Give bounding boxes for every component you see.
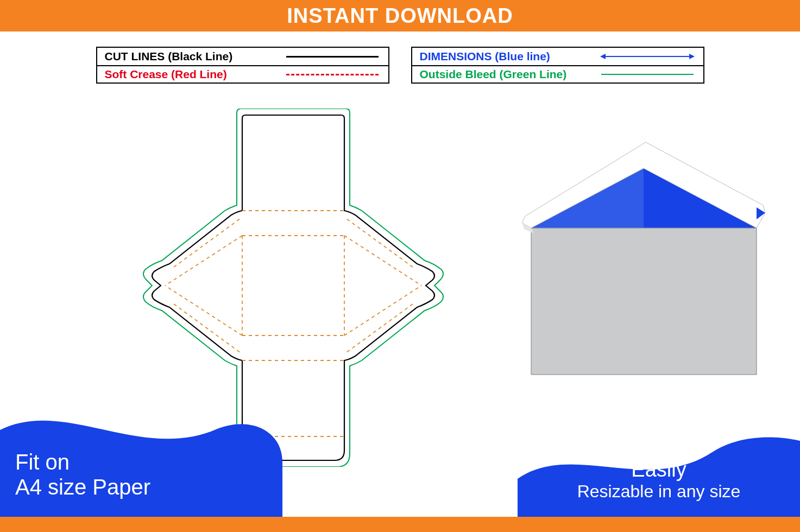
- svg-line-6: [165, 286, 242, 335]
- green-line-icon: [601, 70, 694, 79]
- svg-line-5: [165, 236, 242, 286]
- legend-soft-crease: Soft Crease (Red Line): [97, 65, 388, 83]
- fit-line1: Fit on: [15, 449, 150, 474]
- red-dashed-icon: [286, 70, 379, 79]
- legend-label: DIMENSIONS (Blue line): [420, 50, 550, 63]
- legend-dimensions: DIMENSIONS (Blue line): [412, 48, 703, 65]
- svg-line-7: [344, 236, 421, 286]
- resizable-text: Easily Resizable in any size: [518, 425, 800, 517]
- legend-cut-lines: CUT LINES (Black Line): [97, 48, 388, 65]
- resize-line1: Easily: [539, 458, 778, 482]
- legend-label: Soft Crease (Red Line): [105, 68, 227, 81]
- svg-line-8: [344, 286, 421, 335]
- blue-arrow-icon: [601, 52, 694, 61]
- legend-box-right: DIMENSIONS (Blue line) Outside Bleed (Gr…: [411, 47, 704, 84]
- header-bar: INSTANT DOWNLOAD: [0, 0, 800, 31]
- legend-outside-bleed: Outside Bleed (Green Line): [412, 65, 703, 83]
- black-line-icon: [286, 52, 379, 61]
- fit-a4-text: Fit on A4 size Paper: [0, 397, 282, 517]
- envelope-mockup: [518, 125, 767, 380]
- resize-line2: Resizable in any size: [539, 482, 778, 502]
- legend-label: CUT LINES (Black Line): [105, 50, 233, 63]
- header-title: INSTANT DOWNLOAD: [287, 4, 513, 28]
- legend-box-left: CUT LINES (Black Line) Soft Crease (Red …: [96, 47, 389, 84]
- footer-bar: [0, 517, 800, 532]
- svg-marker-15: [531, 228, 757, 375]
- legend-label: Outside Bleed (Green Line): [420, 68, 567, 81]
- fit-line2: A4 size Paper: [15, 474, 150, 499]
- legend-row: CUT LINES (Black Line) Soft Crease (Red …: [0, 47, 800, 84]
